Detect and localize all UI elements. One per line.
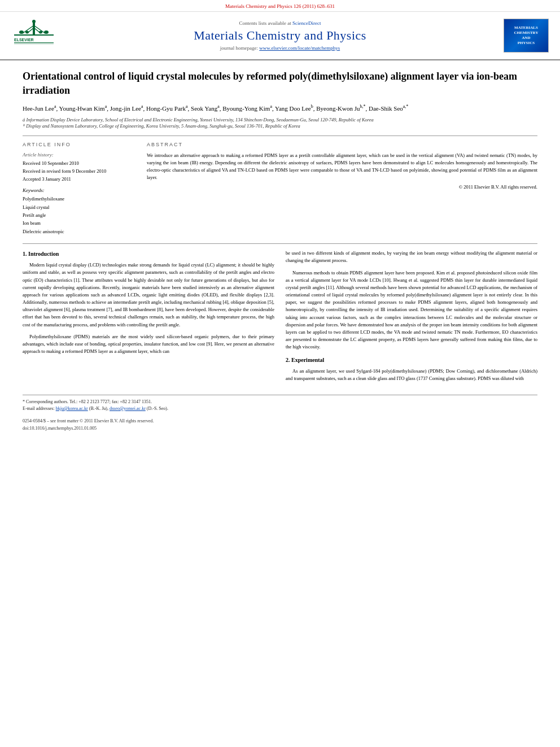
- svg-rect-13: [14, 43, 54, 44]
- article-info-label: ARTICLE INFO: [23, 142, 135, 147]
- keywords-label: Keywords:: [23, 187, 135, 193]
- sciencedirect-link[interactable]: ScienceDirect: [292, 20, 321, 26]
- email-1[interactable]: bkju@korea.ac.kr: [56, 406, 88, 411]
- abstract-column: ABSTRACT We introduce an alternative app…: [147, 142, 537, 235]
- svg-text:ELSEVIER: ELSEVIER: [14, 38, 34, 42]
- doi-notice: doi:10.1016/j.matchemphys.2011.01.005: [23, 425, 537, 433]
- footnote-emails: E-mail addresses: bkju@korea.ac.kr (B.-K…: [23, 405, 537, 412]
- article-title: Orientational control of liquid crystal …: [23, 69, 537, 98]
- revised-date: Received in revised form 9 December 2010: [23, 168, 135, 176]
- affiliation-a: á Information Display Device Laboratory,…: [23, 117, 537, 124]
- section1-right-para1-text: be used in two different kinds of alignm…: [286, 250, 537, 263]
- email-2[interactable]: dsseo@yonsei.ac.kr: [110, 406, 146, 411]
- journal-homepage: journal homepage: www.elsevier.com/locat…: [62, 45, 498, 51]
- body-section: 1. Introduction Modern liquid crystal di…: [23, 250, 537, 387]
- article-history-label: Article history:: [23, 152, 135, 158]
- journal-citation-bar: Materials Chemistry and Physics 126 (201…: [0, 0, 560, 12]
- email-1-name: (B.-K. Ju),: [89, 406, 108, 411]
- article-content: Orientational control of liquid crystal …: [0, 60, 560, 443]
- footnote-area: * Corresponding authors. Tel.: +82 2 212…: [23, 395, 537, 412]
- authors: Hee-Jun Leea, Young-Hwan Kima, Jong-jin …: [23, 103, 537, 113]
- keyword-2: Liquid crystal: [23, 203, 135, 211]
- page: Materials Chemistry and Physics 126 (201…: [0, 0, 560, 747]
- section1-heading-text: 1. Introduction: [23, 251, 59, 257]
- article-dates: Received 10 September 2010 Received in r…: [23, 160, 135, 183]
- section2-heading-text: 2. Experimental: [286, 357, 324, 363]
- info-abstract-section: ARTICLE INFO Article history: Received 1…: [23, 142, 537, 235]
- section2-heading: 2. Experimental: [286, 356, 537, 364]
- section1-right-para1: be used in two different kinds of alignm…: [286, 250, 537, 264]
- keyword-5: Dielectric anisotropic: [23, 228, 135, 235]
- section1-para1-text: Modern liquid crystal display (LCD) tech…: [23, 262, 274, 327]
- section2-para1: As an alignment layer, we used Sylgard-1…: [286, 368, 537, 382]
- footnote-star-note: * Corresponding authors. Tel.: +82 2 212…: [23, 399, 537, 405]
- elsevier-logo: ELSEVIER: [11, 18, 56, 54]
- svg-point-8: [44, 30, 49, 34]
- keyword-4: Ion beam: [23, 219, 135, 227]
- section1-para2: Polydimethylsiloxane (PDMS) materials ar…: [23, 333, 274, 356]
- journal-header: ELSEVIER Contents lists available at Sci…: [0, 12, 560, 60]
- divider-2: [23, 243, 537, 244]
- copyright-notice: © 2011 Elsevier B.V. All rights reserved…: [147, 184, 537, 190]
- section1-right-para2-text: Numerous methods to obtain PDMS alignmen…: [286, 270, 537, 350]
- section1-right-para2: Numerous methods to obtain PDMS alignmen…: [286, 269, 537, 351]
- section1-heading: 1. Introduction: [23, 250, 274, 258]
- svg-point-7: [25, 31, 29, 34]
- homepage-url[interactable]: www.elsevier.com/locate/matchemphys: [259, 45, 340, 51]
- keyword-1: Polydimethylsiloxane: [23, 195, 135, 203]
- svg-point-10: [32, 20, 36, 23]
- journal-center-header: Contents lists available at ScienceDirec…: [62, 20, 498, 51]
- accepted-date: Accepted 3 January 2011: [23, 176, 135, 184]
- abstract-label: ABSTRACT: [147, 142, 537, 147]
- keyword-3: Pretilt angle: [23, 211, 135, 219]
- abstract-text: We introduce an alternative approach to …: [147, 152, 537, 181]
- keywords-list: Polydimethylsiloxane Liquid crystal Pret…: [23, 195, 135, 235]
- svg-rect-12: [14, 42, 54, 43]
- contents-available-line: Contents lists available at ScienceDirec…: [62, 20, 498, 26]
- svg-point-9: [39, 31, 42, 34]
- bottom-info: 0254-0584/$ – see front matter © 2011 El…: [23, 418, 537, 433]
- email-2-name: (D.-S. Seo).: [147, 406, 168, 411]
- journal-title: Materials Chemistry and Physics: [62, 28, 498, 43]
- authors-text: Hee-Jun Leea, Young-Hwan Kima, Jong-jin …: [23, 105, 408, 112]
- section1-para2-text: Polydimethylsiloxane (PDMS) materials ar…: [23, 334, 274, 354]
- section1-para1: Modern liquid crystal display (LCD) tech…: [23, 261, 274, 329]
- received-date: Received 10 September 2010: [23, 160, 135, 168]
- body-col-right: be used in two different kinds of alignm…: [286, 250, 537, 387]
- body-col-left: 1. Introduction Modern liquid crystal di…: [23, 250, 274, 387]
- svg-point-6: [19, 30, 24, 34]
- divider-1: [23, 136, 537, 136]
- affiliation-b: ᵇ Display and Nanosystem Laboratory, Col…: [23, 123, 537, 130]
- email-label: E-mail addresses:: [23, 406, 55, 411]
- article-info-column: ARTICLE INFO Article history: Received 1…: [23, 142, 135, 235]
- journal-citation: Materials Chemistry and Physics 126 (201…: [225, 3, 335, 9]
- svg-rect-0: [14, 34, 54, 36]
- issn-notice: 0254-0584/$ – see front matter © 2011 El…: [23, 418, 537, 425]
- journal-logo-box: MATERIALS CHEMISTRY AND PHYSICS: [504, 19, 549, 53]
- section2-para1-text: As an alignment layer, we used Sylgard-1…: [286, 368, 537, 381]
- affiliations: á Information Display Device Laboratory,…: [23, 117, 537, 130]
